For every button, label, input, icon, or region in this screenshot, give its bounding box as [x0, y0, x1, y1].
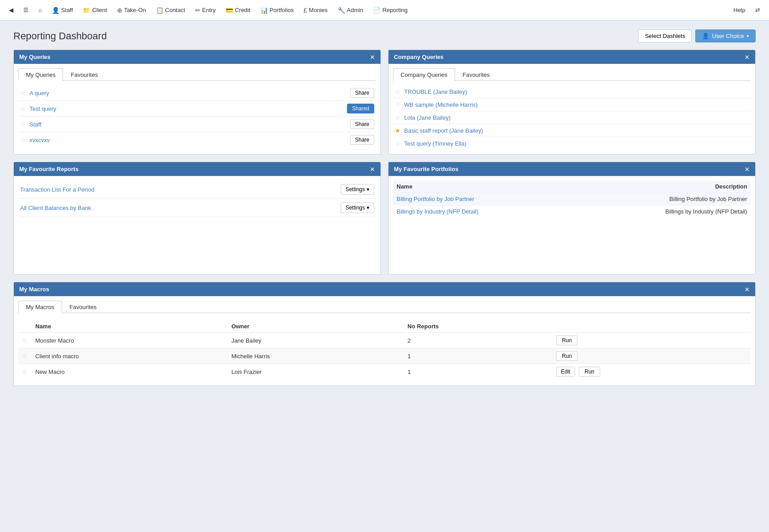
nav-help[interactable]: Help — [729, 0, 750, 21]
nav-portfolios[interactable]: 📊 Portfolios — [256, 0, 298, 21]
nav-contact[interactable]: 📋 Contact — [151, 0, 190, 21]
nav-monies[interactable]: £ Monies — [299, 0, 332, 21]
macros-table: Name Owner No Reports ☆ Monster Macro Ja… — [18, 320, 751, 379]
cq-star-4[interactable]: ★ — [395, 127, 401, 134]
macros-col-no-reports: No Reports — [404, 320, 553, 333]
nav-admin[interactable]: 🔧 Admin — [333, 0, 368, 21]
macros-col-name: Name — [32, 320, 228, 333]
star-icon-4[interactable]: ☆ — [20, 136, 26, 143]
user-choice-button[interactable]: 👤 User Choice ▾ — [695, 29, 756, 42]
company-queries-close[interactable]: ✕ — [744, 54, 750, 60]
nav-arrows[interactable]: ⇄ — [751, 0, 765, 21]
my-macros-body: My Macros Favourites Name Owner No Repor… — [14, 296, 755, 385]
my-queries-tab-my-queries[interactable]: My Queries — [18, 68, 63, 81]
my-favourite-portfolios-title: My Favourite Portfolios — [394, 166, 458, 172]
cq-link-3[interactable]: Lola (Jane Bailey) — [404, 114, 749, 121]
nav-staff[interactable]: 👤 Staff — [47, 0, 78, 21]
my-favourite-portfolios-header: My Favourite Portfolios ✕ — [389, 162, 755, 176]
my-macros-header: My Macros ✕ — [14, 282, 755, 296]
macro-star-3[interactable]: ☆ — [22, 368, 28, 375]
cq-link-5[interactable]: Test query (Timney Ella) — [404, 140, 749, 147]
company-query-row: ★ Basic staff report (Jane Bailey) — [393, 124, 751, 137]
my-queries-tab-favourites[interactable]: Favourites — [63, 68, 105, 81]
my-macros-panel: My Macros ✕ My Macros Favourites Name Ow… — [13, 282, 756, 386]
company-queries-tab-favourites[interactable]: Favourites — [455, 68, 497, 81]
shared-button-2[interactable]: Shared — [347, 104, 374, 113]
company-queries-body: Company Queries Favourites ☆ TROUBLE (Ja… — [389, 64, 755, 154]
macro-name-2: Client info macro — [32, 348, 228, 364]
macro-no-reports-1: 2 — [404, 333, 553, 348]
macro-row-2: ☆ Client info macro Michelle Harris 1 Ru… — [18, 348, 751, 364]
macro-name-1: Monster Macro — [32, 333, 228, 348]
nav-reporting[interactable]: 📄 Reporting — [368, 0, 412, 21]
macro-edit-button-3[interactable]: Edit — [556, 367, 575, 377]
query-link-1[interactable]: A query — [29, 90, 347, 96]
user-choice-icon: 👤 — [702, 33, 709, 39]
cq-star-1[interactable]: ☆ — [395, 88, 401, 95]
nav-take-on[interactable]: ⊕ Take-On — [113, 0, 150, 21]
nav-back[interactable]: ◀ — [4, 0, 18, 21]
cq-link-4[interactable]: Basic staff report (Jane Bailey) — [404, 127, 749, 134]
portfolio-desc-1: Billing Portfolio by Job Partner — [572, 193, 751, 205]
macro-row-1: ☆ Monster Macro Jane Bailey 2 Run — [18, 333, 751, 348]
report-link-2[interactable]: All Client Balances by Bank — [20, 205, 337, 211]
company-query-row: ☆ Test query (Timney Ella) — [393, 137, 751, 150]
nav-credit[interactable]: 💳 Credit — [221, 0, 255, 21]
report-settings-button-2[interactable]: Settings ▾ — [341, 202, 374, 213]
my-queries-tab-bar: My Queries Favourites — [18, 68, 376, 81]
my-queries-header: My Queries ✕ — [14, 50, 380, 64]
query-row: ☆ A query Share — [18, 85, 376, 101]
query-link-2[interactable]: Test query — [29, 105, 343, 112]
my-favourite-reports-close[interactable]: ✕ — [370, 166, 375, 172]
nav-entry[interactable]: ✏ Entry — [191, 0, 220, 21]
cq-star-5[interactable]: ☆ — [395, 140, 401, 147]
cq-star-3[interactable]: ☆ — [395, 114, 401, 121]
my-favourite-portfolios-panel: My Favourite Portfolios ✕ Name Descripti… — [388, 162, 756, 275]
share-button-1[interactable]: Share — [350, 88, 374, 98]
macro-actions-2: Run — [556, 351, 747, 361]
query-row: ☆ xvxcvxv Share — [18, 132, 376, 147]
my-macros-tab-favourites[interactable]: Favourites — [62, 301, 104, 313]
portfolio-link-2[interactable]: Billings by Industry (NFP Detail) — [397, 208, 478, 215]
my-macros-close[interactable]: ✕ — [744, 286, 750, 293]
report-link-1[interactable]: Transaction List For a Period — [20, 186, 337, 193]
my-macros-tab-my-macros[interactable]: My Macros — [18, 301, 62, 313]
my-macros-title: My Macros — [19, 286, 49, 293]
my-queries-list: ☆ A query Share ☆ Test query Shared ☆ St… — [18, 85, 376, 147]
query-link-4[interactable]: xvxcvxv — [29, 137, 347, 143]
star-icon-3[interactable]: ☆ — [20, 121, 26, 128]
cq-link-1[interactable]: TROUBLE (Jane Bailey) — [404, 88, 749, 95]
report-row-1: Transaction List For a Period Settings ▾ — [18, 180, 376, 199]
company-query-row: ☆ WB sample (Michelle Harris) — [393, 98, 751, 111]
macro-name-3: New Macro — [32, 364, 228, 380]
cq-star-2[interactable]: ☆ — [395, 101, 401, 108]
nav-client[interactable]: 📁 Client — [78, 0, 111, 21]
my-queries-close[interactable]: ✕ — [370, 54, 375, 60]
my-favourite-portfolios-close[interactable]: ✕ — [744, 166, 750, 172]
report-settings-button-1[interactable]: Settings ▾ — [341, 184, 374, 195]
macro-row-3: ☆ New Macro Lois Frazier 1 Edit Run — [18, 364, 751, 380]
macro-star-1[interactable]: ☆ — [22, 337, 28, 344]
select-dashlets-button[interactable]: Select Dashlets — [638, 29, 692, 42]
macro-actions-1: Run — [556, 335, 747, 345]
macro-owner-3: Lois Frazier — [228, 364, 404, 380]
cq-link-2[interactable]: WB sample (Michelle Harris) — [404, 101, 749, 108]
nav-home[interactable]: ⌂ — [34, 0, 46, 21]
company-queries-tab-company[interactable]: Company Queries — [393, 68, 455, 81]
query-link-3[interactable]: Staff — [29, 121, 347, 128]
company-query-row: ☆ Lola (Jane Bailey) — [393, 111, 751, 124]
star-icon-2[interactable]: ☆ — [20, 105, 26, 112]
my-queries-title: My Queries — [19, 54, 50, 60]
macro-run-button-2[interactable]: Run — [556, 351, 577, 361]
page-header-actions: Select Dashlets 👤 User Choice ▾ — [638, 29, 756, 42]
nav-grid[interactable]: ☰ — [19, 0, 33, 21]
star-icon-1[interactable]: ☆ — [20, 89, 26, 96]
macro-run-button-3[interactable]: Run — [579, 367, 600, 377]
macro-run-button-1[interactable]: Run — [556, 335, 577, 345]
portfolio-link-1[interactable]: Billing Portfolio by Job Partner — [397, 196, 474, 202]
share-button-3[interactable]: Share — [350, 119, 374, 129]
company-queries-tab-bar: Company Queries Favourites — [393, 68, 751, 81]
macro-star-2[interactable]: ☆ — [22, 352, 28, 360]
my-favourite-reports-panel: My Favourite Reports ✕ Transaction List … — [13, 162, 381, 275]
share-button-4[interactable]: Share — [350, 135, 374, 145]
